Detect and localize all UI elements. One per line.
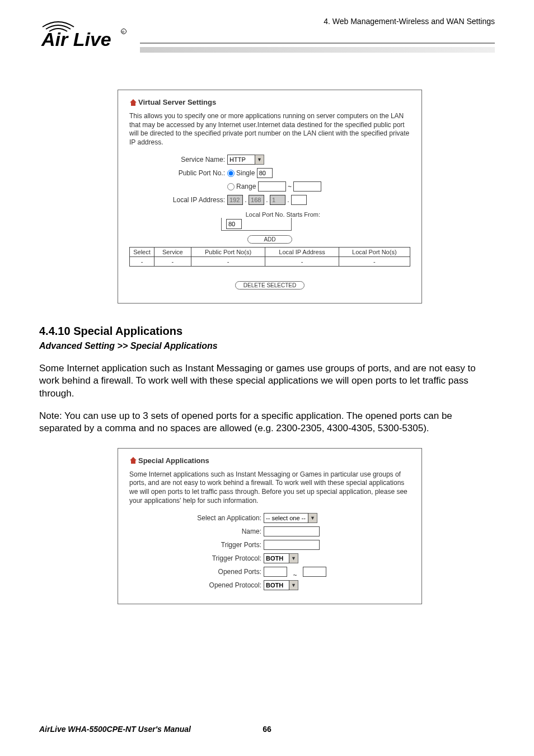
local-port-fieldset: Local Port No. Starts From: — [221, 215, 292, 231]
trigger-ports-label: Trigger Ports: — [129, 541, 264, 549]
local-ip-label: Local IP Address: — [129, 196, 227, 204]
th-local-ip: Local IP Address — [265, 248, 339, 257]
chevron-down-icon[interactable]: ▼ — [255, 155, 264, 165]
panel-title-text: Virtual Server Settings — [138, 98, 216, 106]
header-rule-top — [140, 43, 495, 44]
th-service: Service — [154, 248, 191, 257]
special-apps-panel: Special Applications Some Internet appli… — [118, 448, 422, 604]
opened-protocol-label: Opened Protocol: — [129, 581, 264, 589]
page-footer: AirLive WHA-5500CPE-NT User's Manual 66 — [39, 725, 495, 734]
breadcrumb: Advanced Setting >> Special Applications — [39, 341, 495, 351]
panel2-title: Special Applications — [129, 456, 410, 465]
name-input[interactable] — [264, 526, 320, 536]
manual-title: AirLive WHA-5500CPE-NT User's Manual — [39, 725, 191, 734]
opened-ports-to[interactable] — [303, 567, 326, 577]
range-radio[interactable] — [227, 183, 235, 190]
add-button[interactable]: ADD — [247, 235, 292, 244]
chevron-down-icon[interactable]: ▼ — [308, 513, 317, 523]
select-app-dropdown[interactable] — [264, 513, 308, 523]
chevron-down-icon[interactable]: ▼ — [289, 580, 298, 590]
panel2-description: Some Internet applications such as Insta… — [129, 470, 410, 505]
th-local-port: Local Port No(s) — [339, 248, 410, 257]
virtual-server-table: Select Service Public Port No(s) Local I… — [129, 247, 410, 267]
name-label: Name: — [129, 528, 264, 535]
body-para-1: Some Internet application such as Instan… — [39, 362, 495, 399]
svg-marker-3 — [130, 99, 137, 106]
airlive-logo: Air Live R — [39, 17, 129, 53]
table-row: - - - - - — [130, 257, 410, 267]
ip-octet-1[interactable] — [227, 195, 243, 205]
range-label: Range — [236, 183, 256, 190]
home-icon — [129, 456, 137, 464]
panel-description: This allows you to specify one or more a… — [129, 112, 410, 147]
opened-ports-from[interactable] — [264, 567, 287, 577]
chevron-down-icon[interactable]: ▼ — [289, 553, 298, 563]
section-heading: 4.4.10 Special Applications — [39, 325, 495, 338]
th-select: Select — [130, 248, 154, 257]
trigger-ports-input[interactable] — [264, 540, 320, 550]
opened-protocol-select[interactable] — [264, 580, 289, 590]
body-para-2: Note: You can use up to 3 sets of opened… — [39, 410, 495, 435]
home-icon — [129, 99, 137, 106]
range-from-input[interactable] — [258, 181, 286, 192]
public-port-label: Public Port No.: — [129, 169, 227, 177]
svg-marker-4 — [130, 457, 137, 464]
ip-octet-2[interactable] — [249, 195, 264, 205]
th-public-port: Public Port No(s) — [191, 248, 265, 257]
ip-octet-4[interactable] — [291, 195, 307, 205]
chapter-label: 4. Web Management-Wireless and WAN Setti… — [324, 17, 495, 26]
header-rule-shade — [140, 47, 495, 53]
svg-text:R: R — [122, 30, 125, 34]
local-port-legend: Local Port No. Starts From: — [210, 211, 322, 218]
ip-octet-3[interactable] — [270, 195, 285, 205]
service-name-select[interactable] — [227, 155, 255, 165]
trigger-protocol-select[interactable] — [264, 553, 289, 563]
panel2-title-text: Special Applications — [138, 456, 209, 465]
delete-selected-button[interactable]: DELETE SELECTED — [235, 281, 305, 290]
range-to-input[interactable] — [293, 181, 321, 192]
single-label: Single — [236, 169, 255, 177]
single-radio[interactable] — [227, 170, 235, 177]
virtual-server-panel: Virtual Server Settings This allows you … — [118, 90, 422, 304]
service-name-label: Service Name: — [129, 156, 227, 164]
local-port-input[interactable] — [226, 219, 242, 229]
panel-title: Virtual Server Settings — [129, 98, 410, 106]
tilde-separator: ~ — [293, 571, 297, 579]
single-port-input[interactable] — [257, 168, 273, 178]
svg-text:Air Live: Air Live — [41, 29, 111, 50]
trigger-protocol-label: Trigger Protocol: — [129, 554, 264, 562]
page-number: 66 — [263, 725, 271, 734]
select-app-label: Select an Application: — [129, 514, 264, 522]
opened-ports-label: Opened Ports: — [129, 568, 264, 576]
